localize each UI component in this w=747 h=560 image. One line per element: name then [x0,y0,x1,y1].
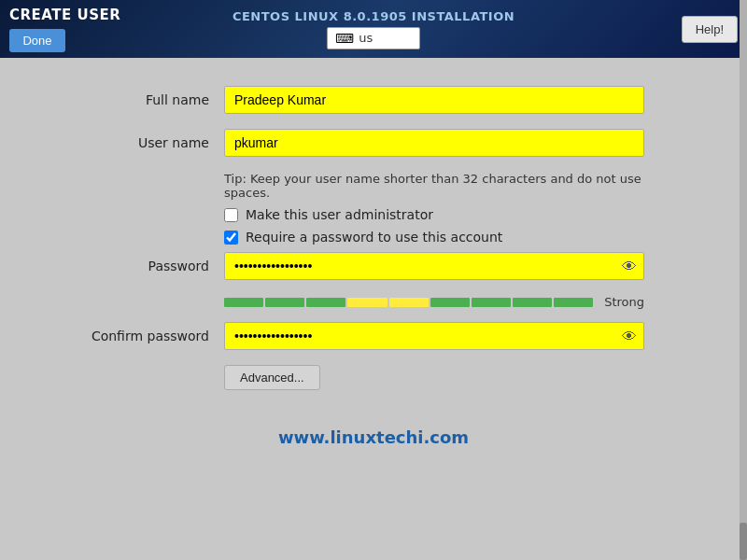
show-password-icon[interactable]: 👁 [622,258,637,275]
advanced-spacer [75,365,224,390]
scrollbar-thumb[interactable] [740,523,747,560]
strength-seg-2 [265,298,304,307]
fullname-row: Full name [75,86,672,114]
strength-seg-7 [472,298,511,307]
keyboard-lang: us [359,31,373,45]
admin-row: Make this user administrator [75,207,672,222]
strength-bars [224,298,593,307]
keyboard-input[interactable]: ⌨ us [327,27,420,49]
tip-spacer [75,172,224,200]
require-password-text: Require a password to use this account [246,230,502,245]
tip-text: Tip: Keep your user name shorter than 32… [224,172,644,200]
keyboard-icon: ⌨ [335,31,354,46]
strength-seg-5 [389,298,429,307]
require-password-label[interactable]: Require a password to use this account [224,230,502,245]
confirm-password-input[interactable] [224,322,644,350]
centos-title: CENTOS LINUX 8.0.1905 INSTALLATION [233,9,514,23]
username-input[interactable] [224,129,644,157]
header: CREATE USER Done CENTOS LINUX 8.0.1905 I… [0,0,747,58]
password-wrapper: 👁 [224,252,644,280]
tip-row: Tip: Keep your user name shorter than 32… [75,172,672,200]
password-row: Password 👁 [75,252,672,280]
password-input[interactable] [224,252,644,280]
strength-bar-container: Strong [224,295,644,309]
advanced-button[interactable]: Advanced... [224,365,320,390]
help-button[interactable]: Help! [682,16,738,43]
require-password-row: Require a password to use this account [75,230,672,245]
advanced-row: Advanced... [75,365,672,390]
fullname-input[interactable] [224,86,644,114]
fullname-label: Full name [75,92,224,107]
header-center: CENTOS LINUX 8.0.1905 INSTALLATION ⌨ us [233,9,514,49]
strength-seg-1 [224,298,263,307]
strength-seg-4 [347,298,387,307]
main-content: Full name User name Tip: Keep your user … [0,58,747,560]
confirm-password-label: Confirm password [75,329,224,343]
show-confirm-password-icon[interactable]: 👁 [622,328,637,345]
scrollbar[interactable] [740,0,747,560]
confirm-password-row: Confirm password 👁 [75,322,672,350]
confirm-password-wrapper: 👁 [224,322,644,350]
header-right: Help! [682,16,738,43]
username-label: User name [75,135,224,150]
strength-row: Strong [75,295,672,309]
admin-label-text: Make this user administrator [246,207,433,222]
username-row: User name [75,129,672,157]
require-password-checkbox[interactable] [224,231,238,245]
admin-checkbox-label[interactable]: Make this user administrator [224,207,433,222]
password-label: Password [75,259,224,273]
done-button[interactable]: Done [9,29,65,52]
watermark-text: www.linuxtechi.com [278,427,469,447]
watermark: www.linuxtechi.com [75,427,672,447]
page-title: CREATE USER [9,7,120,23]
strength-seg-8 [513,298,552,307]
strength-label: Strong [604,295,644,309]
strength-seg-3 [306,298,345,307]
header-left: CREATE USER Done [9,7,120,52]
admin-checkbox[interactable] [224,208,238,222]
strength-seg-6 [430,298,470,307]
strength-seg-9 [554,298,593,307]
